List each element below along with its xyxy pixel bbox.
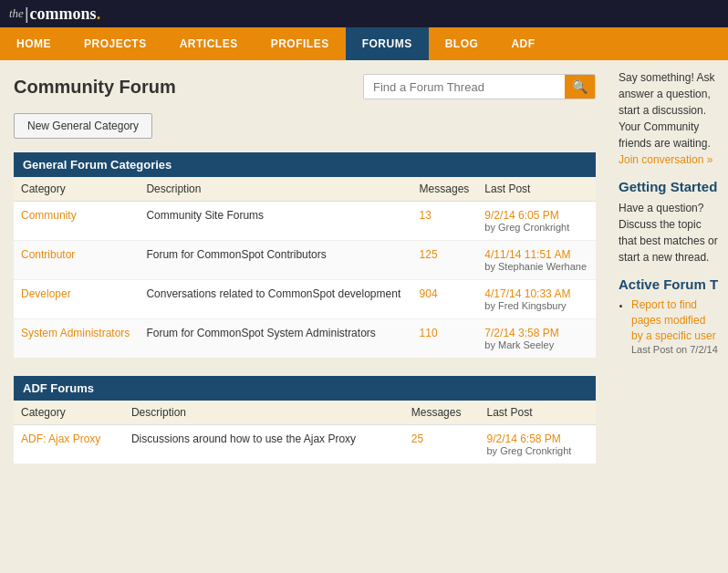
last-post-by: by Stephanie Werhane (484, 261, 588, 272)
top-header: the | commons . (0, 0, 728, 27)
table-row: System Administrators Forum for CommonSp… (14, 319, 596, 359)
active-forums-title: Active Forum T (619, 276, 719, 292)
logo-area: the | commons . (9, 5, 101, 24)
last-post-date: 7/2/14 3:58 PM (484, 327, 588, 339)
active-forum-item: Report to find pages modified by a speci… (631, 297, 719, 358)
sidebar-intro: Say something! Ask answer a question, st… (619, 69, 719, 168)
adf-col-lastpost: Last Post (479, 401, 596, 425)
adf-forum-section: ADF Forums Category Description Messages… (14, 376, 596, 464)
col-category: Category (14, 177, 139, 202)
active-forum-link[interactable]: Report to find pages modified by a speci… (631, 298, 716, 342)
adf-col-category: Category (14, 401, 124, 425)
last-post-by: by Fred Kingsbury (484, 300, 588, 311)
search-button[interactable]: 🔍 (565, 75, 595, 99)
description-cell: Forum for CommonSpot Contributors (139, 241, 411, 280)
col-messages: Messages (412, 177, 478, 202)
lastpost-cell: 7/2/14 3:58 PM by Mark Seeley (477, 319, 596, 359)
last-post-by: by Mark Seeley (484, 339, 588, 350)
lastpost-cell: 9/2/14 6:05 PM by Greg Cronkright (477, 202, 596, 241)
sidebar-active-forums: Active Forum T Report to find pages modi… (619, 276, 719, 358)
nav-blog[interactable]: BLOG (429, 27, 495, 60)
table-row: Contributor Forum for CommonSpot Contrib… (14, 241, 596, 280)
category-cell: Contributor (14, 241, 139, 280)
lastpost-cell: 4/17/14 10:33 AM by Fred Kingsbury (477, 280, 596, 319)
message-count: 904 (420, 287, 438, 300)
category-cell: Developer (14, 280, 139, 319)
logo-the: the (9, 6, 24, 21)
description-cell: Community Site Forums (139, 202, 411, 241)
category-cell: ADF: Ajax Proxy (14, 425, 124, 464)
adf-col-messages: Messages (404, 401, 480, 425)
getting-started-text: Have a question? Discuss the topic that … (619, 200, 719, 266)
last-post-date: 9/2/14 6:58 PM (486, 432, 588, 445)
table-row: Developer Conversations related to Commo… (14, 280, 596, 319)
page-title-row: Community Forum 🔍 (14, 74, 596, 99)
category-cell: System Administrators (14, 319, 139, 359)
sidebar: Say something! Ask answer a question, st… (609, 60, 728, 495)
lastpost-cell: 4/11/14 11:51 AM by Stephanie Werhane (477, 241, 596, 280)
general-forum-section-header: General Forum Categories (14, 152, 596, 177)
last-post-date: 4/17/14 10:33 AM (484, 287, 588, 300)
description-cell: Conversations related to CommonSpot deve… (139, 280, 411, 319)
nav-adf[interactable]: ADF (494, 27, 551, 60)
table-row: Community Community Site Forums 13 9/2/1… (14, 202, 596, 241)
content-area: Community Forum 🔍 New General Category G… (0, 60, 609, 495)
page-title: Community Forum (14, 77, 176, 98)
sidebar-intro-text: Say something! Ask answer a question, st… (619, 69, 719, 168)
adf-col-description: Description (124, 401, 404, 425)
description-cell: Forum for CommonSpot System Administrato… (139, 319, 411, 359)
nav-projects[interactable]: PROJECTS (68, 27, 163, 60)
col-lastpost: Last Post (477, 177, 596, 202)
search-input[interactable] (364, 76, 565, 99)
message-count: 110 (420, 327, 438, 339)
category-link[interactable]: System Administrators (21, 327, 130, 339)
getting-started-title: Getting Started (619, 179, 719, 194)
nav-articles[interactable]: ARTICLES (163, 27, 255, 60)
general-forum-section: General Forum Categories Category Descri… (14, 152, 596, 358)
table-row: ADF: Ajax Proxy Discussions around how t… (14, 425, 596, 464)
search-box: 🔍 (363, 74, 596, 99)
nav-home[interactable]: HOME (0, 27, 68, 60)
adf-forum-table: Category Description Messages Last Post … (14, 401, 596, 464)
main-layout: Community Forum 🔍 New General Category G… (0, 60, 728, 495)
messages-cell: 110 (412, 319, 478, 359)
category-link[interactable]: Community (21, 209, 77, 222)
active-forum-meta: Last Post on 7/2/14 (631, 344, 718, 355)
last-post-date: 9/2/14 6:05 PM (484, 209, 588, 222)
category-link[interactable]: Developer (21, 287, 71, 300)
category-link[interactable]: ADF: Ajax Proxy (21, 432, 100, 445)
general-forum-table: Category Description Messages Last Post … (14, 177, 596, 358)
nav-bar: HOME PROJECTS ARTICLES PROFILES FORUMS B… (0, 27, 728, 60)
last-post-by: by Greg Cronkright (486, 445, 588, 456)
category-cell: Community (14, 202, 139, 241)
new-general-category-button[interactable]: New General Category (14, 113, 152, 139)
last-post-by: by Greg Cronkright (484, 222, 588, 233)
message-count: 25 (411, 432, 423, 445)
description-cell: Discussions around how to use the Ajax P… (124, 425, 404, 464)
nav-profiles[interactable]: PROFILES (255, 27, 346, 60)
category-link[interactable]: Contributor (21, 248, 75, 261)
active-forum-list: Report to find pages modified by a speci… (619, 297, 719, 358)
message-count: 13 (420, 209, 432, 222)
nav-forums[interactable]: FORUMS (346, 27, 429, 60)
messages-cell: 13 (412, 202, 478, 241)
col-description: Description (139, 177, 411, 202)
adf-forum-section-header: ADF Forums (14, 376, 596, 401)
messages-cell: 904 (412, 280, 478, 319)
sidebar-getting-started: Getting Started Have a question? Discuss… (619, 179, 719, 266)
message-count: 125 (420, 248, 438, 261)
logo-dot: . (97, 5, 101, 24)
messages-cell: 125 (412, 241, 478, 280)
messages-cell: 25 (404, 425, 480, 464)
last-post-date: 4/11/14 11:51 AM (484, 248, 588, 261)
join-conversation-link[interactable]: Join conversation » (619, 153, 712, 166)
lastpost-cell: 9/2/14 6:58 PM by Greg Cronkright (479, 425, 596, 464)
logo-commons: commons (30, 5, 97, 24)
